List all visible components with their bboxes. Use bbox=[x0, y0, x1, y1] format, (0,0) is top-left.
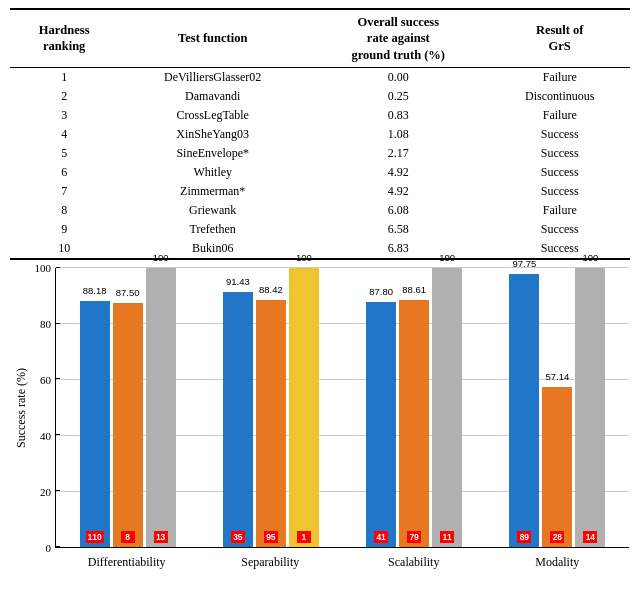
bar: 87.8041 bbox=[366, 302, 396, 547]
cell-fn: Bukin06 bbox=[118, 239, 307, 259]
cell-result: Success bbox=[489, 125, 630, 144]
cell-rank: 4 bbox=[10, 125, 118, 144]
results-table: Hardnessranking Test function Overall su… bbox=[10, 8, 630, 260]
bar: 88.4295 bbox=[256, 300, 286, 547]
table-section: Hardnessranking Test function Overall su… bbox=[0, 0, 640, 264]
bar-wrap: 10013 bbox=[146, 268, 176, 547]
bar-top-label: 100 bbox=[296, 252, 312, 263]
bar: 1001 bbox=[289, 268, 319, 547]
cell-result: Success bbox=[489, 144, 630, 163]
bar-wrap: 97.7589 bbox=[509, 268, 539, 547]
x-label: Differentiability bbox=[55, 555, 199, 570]
table-row: 2 Damavandi 0.25 Discontinuous bbox=[10, 87, 630, 106]
cell-result: Failure bbox=[489, 67, 630, 87]
bar-wrap: 88.6179 bbox=[399, 268, 429, 547]
cell-fn: XinSheYang03 bbox=[118, 125, 307, 144]
table-row: 6 Whitley 4.92 Success bbox=[10, 163, 630, 182]
x-label: Separability bbox=[199, 555, 343, 570]
cell-fn: CrossLegTable bbox=[118, 106, 307, 125]
cell-rank: 5 bbox=[10, 144, 118, 163]
cell-rate: 0.83 bbox=[307, 106, 489, 125]
cell-result: Failure bbox=[489, 201, 630, 220]
bars-area: 88.1811087.5081001391.433588.4295100187.… bbox=[56, 268, 629, 547]
bar-top-label: 57.14 bbox=[545, 371, 569, 382]
cell-result: Discontinuous bbox=[489, 87, 630, 106]
cell-result: Failure bbox=[489, 106, 630, 125]
bar-top-label: 97.75 bbox=[512, 258, 536, 269]
chart-axes: 88.1811087.5081001391.433588.4295100187.… bbox=[55, 268, 629, 548]
chart-section: Success rate (%) 020406080100 88.1811087… bbox=[0, 264, 640, 588]
bar-badge: 1 bbox=[297, 531, 311, 543]
bar: 10011 bbox=[432, 268, 462, 547]
cell-rate: 4.92 bbox=[307, 182, 489, 201]
cell-rank: 1 bbox=[10, 67, 118, 87]
cell-fn: Trefethen bbox=[118, 220, 307, 239]
cell-rank: 8 bbox=[10, 201, 118, 220]
table-row: 7 Zimmerman* 4.92 Success bbox=[10, 182, 630, 201]
bar: 88.18110 bbox=[80, 301, 110, 547]
col-rank: Hardnessranking bbox=[10, 9, 118, 67]
cell-fn: Zimmerman* bbox=[118, 182, 307, 201]
bar-wrap: 87.8041 bbox=[366, 268, 396, 547]
bar-badge: 11 bbox=[440, 531, 454, 543]
bar-wrap: 88.4295 bbox=[256, 268, 286, 547]
bar-top-label: 88.18 bbox=[83, 285, 107, 296]
bar-top-label: 87.80 bbox=[369, 286, 393, 297]
cell-fn: SineEnvelope* bbox=[118, 144, 307, 163]
table-row: 3 CrossLegTable 0.83 Failure bbox=[10, 106, 630, 125]
bar-wrap: 10011 bbox=[432, 268, 462, 547]
bar-badge: 28 bbox=[550, 531, 564, 543]
cell-rank: 2 bbox=[10, 87, 118, 106]
cell-rate: 2.17 bbox=[307, 144, 489, 163]
x-labels: DifferentiabilitySeparabilityScalability… bbox=[55, 548, 629, 578]
cell-result: Success bbox=[489, 239, 630, 259]
col-fn: Test function bbox=[118, 9, 307, 67]
cell-result: Success bbox=[489, 163, 630, 182]
y-tick: 60 bbox=[40, 374, 51, 386]
bar-wrap: 57.1428 bbox=[542, 268, 572, 547]
cell-rate: 4.92 bbox=[307, 163, 489, 182]
bar-group: 88.1811087.50810013 bbox=[56, 268, 199, 547]
cell-rate: 0.00 bbox=[307, 67, 489, 87]
y-tick: 80 bbox=[40, 318, 51, 330]
bar-badge: 14 bbox=[583, 531, 597, 543]
bar-badge: 79 bbox=[407, 531, 421, 543]
bar-group: 97.758957.142810014 bbox=[486, 268, 629, 547]
cell-rate: 6.08 bbox=[307, 201, 489, 220]
cell-rank: 6 bbox=[10, 163, 118, 182]
bar-wrap: 88.18110 bbox=[80, 268, 110, 547]
cell-result: Success bbox=[489, 220, 630, 239]
bar-top-label: 100 bbox=[153, 252, 169, 263]
cell-fn: Griewank bbox=[118, 201, 307, 220]
bar-top-label: 100 bbox=[439, 252, 455, 263]
bar-badge: 41 bbox=[374, 531, 388, 543]
cell-rank: 9 bbox=[10, 220, 118, 239]
cell-rate: 6.83 bbox=[307, 239, 489, 259]
bar-top-label: 100 bbox=[582, 252, 598, 263]
bar-top-label: 88.42 bbox=[259, 284, 283, 295]
bar-wrap: 10014 bbox=[575, 268, 605, 547]
bar-group: 91.433588.42951001 bbox=[199, 268, 342, 547]
bar: 10013 bbox=[146, 268, 176, 547]
bar-group: 87.804188.617910011 bbox=[343, 268, 486, 547]
table-row: 10 Bukin06 6.83 Success bbox=[10, 239, 630, 259]
bar-wrap: 87.508 bbox=[113, 268, 143, 547]
y-tick: 100 bbox=[35, 262, 52, 274]
table-row: 9 Trefethen 6.58 Success bbox=[10, 220, 630, 239]
cell-rate: 1.08 bbox=[307, 125, 489, 144]
table-row: 4 XinSheYang03 1.08 Success bbox=[10, 125, 630, 144]
bar: 97.7589 bbox=[509, 274, 539, 547]
col-result: Result ofGrS bbox=[489, 9, 630, 67]
bar-badge: 110 bbox=[86, 531, 104, 543]
bar-wrap: 1001 bbox=[289, 268, 319, 547]
cell-rank: 3 bbox=[10, 106, 118, 125]
bar-badge: 35 bbox=[231, 531, 245, 543]
bar-badge: 89 bbox=[517, 531, 531, 543]
y-tick: 40 bbox=[40, 430, 51, 442]
col-rate: Overall successrate againstground truth … bbox=[307, 9, 489, 67]
cell-result: Success bbox=[489, 182, 630, 201]
cell-fn: Damavandi bbox=[118, 87, 307, 106]
bar-top-label: 87.50 bbox=[116, 287, 140, 298]
bar-badge: 13 bbox=[154, 531, 168, 543]
bar-top-label: 88.61 bbox=[402, 284, 426, 295]
